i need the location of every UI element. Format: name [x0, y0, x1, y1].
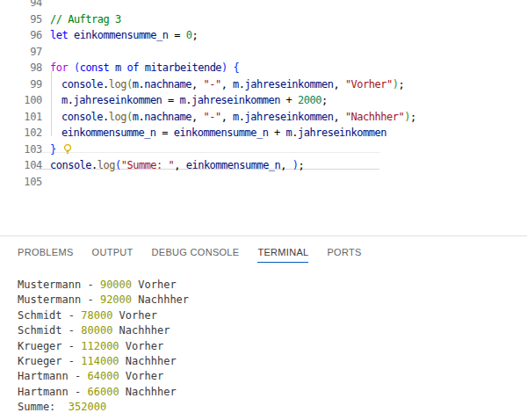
code-token: (: [74, 60, 80, 76]
code-token: .: [91, 157, 97, 174]
line-number[interactable]: 101: [0, 109, 42, 126]
code-line[interactable]: 95// Auftrag 3: [0, 11, 527, 28]
terminal-text: 80000: [81, 324, 112, 337]
terminal-text: 112000: [81, 340, 119, 352]
line-number[interactable]: 102: [0, 125, 42, 141]
code-line[interactable]: 94: [0, 0, 527, 11]
lightbulb-icon[interactable]: [62, 143, 73, 155]
tab-output[interactable]: OUTPUT: [92, 247, 134, 263]
line-number[interactable]: 103: [0, 141, 42, 158]
terminal-text: Nachhher: [132, 293, 189, 306]
code-token: {: [234, 60, 240, 76]
code-line-text[interactable]: [42, 0, 50, 11]
line-number[interactable]: 100: [0, 92, 42, 109]
code-token: "Nachhher": [345, 109, 404, 126]
code-line-text[interactable]: console.log(m.nachname, "-", m.jahresein…: [42, 109, 416, 126]
code-line-text[interactable]: [42, 174, 50, 191]
code-token: .: [185, 92, 191, 109]
code-token: =: [162, 92, 179, 109]
code-line[interactable]: 98for (const m of mitarbeitende) {: [0, 60, 527, 76]
terminal-text: Krueger -: [18, 340, 81, 352]
code-token: .: [103, 76, 109, 93]
code-token: [121, 60, 127, 76]
code-token: log: [109, 76, 126, 93]
terminal-text: Nachhher: [119, 386, 177, 398]
code-token: ): [292, 157, 299, 174]
code-line[interactable]: 97: [0, 44, 527, 61]
terminal-text: Summe:: [18, 401, 69, 413]
terminal-text: 114000: [81, 355, 119, 367]
terminal-text: 78000: [81, 309, 112, 322]
line-number[interactable]: 104: [0, 157, 42, 174]
code-line-text[interactable]: // Auftrag 3: [42, 11, 121, 28]
code-line-text[interactable]: einkommensumme_n = einkommensumme_n + m.…: [42, 125, 386, 141]
tab-terminal[interactable]: TERMINAL: [257, 247, 308, 263]
code-token: }: [50, 141, 56, 158]
line-number[interactable]: 98: [0, 60, 42, 76]
code-token: 0: [186, 27, 192, 44]
line-number[interactable]: 96: [0, 27, 42, 44]
terminal-text: Krueger -: [18, 355, 81, 367]
code-token: .: [68, 92, 74, 109]
terminal-text: Mustermann -: [18, 279, 100, 291]
tab-problems[interactable]: PROBLEMS: [18, 247, 74, 263]
code-line-text[interactable]: console.log("Summe: ", einkommensumme_n,…: [42, 157, 304, 174]
code-token: ;: [299, 157, 305, 174]
terminal-text: Hartmann -: [18, 370, 87, 382]
code-token: nachname: [144, 76, 191, 93]
code-line[interactable]: 101console.log(m.nachname, "-", m.jahres…: [0, 109, 527, 126]
code-token: ): [393, 76, 399, 93]
code-token: ;: [410, 109, 416, 126]
terminal-line: Hartmann - 64000 Vorher: [18, 369, 527, 384]
code-editor[interactable]: 9495// Auftrag 396let einkommensumme_n =…: [0, 0, 527, 235]
code-line-text[interactable]: let einkommensumme_n = 0;: [42, 27, 198, 44]
code-token: m: [180, 92, 186, 109]
code-line-text[interactable]: [42, 44, 50, 61]
code-line[interactable]: 104console.log("Summe: ", einkommensumme…: [0, 157, 527, 174]
code-token: einkommensumme_n: [174, 125, 269, 141]
code-line-text[interactable]: for (const m of mitarbeitende) {: [42, 60, 239, 76]
code-token: ,: [191, 76, 203, 93]
code-line[interactable]: 100m.jahreseinkommen = m.jahreseinkommen…: [0, 92, 527, 109]
line-number[interactable]: 97: [0, 44, 42, 61]
code-token: let: [50, 27, 68, 44]
code-line[interactable]: 102einkommensumme_n = einkommensumme_n +…: [0, 125, 527, 141]
code-token: [68, 60, 74, 76]
code-line[interactable]: 103}: [0, 141, 527, 158]
code-token: jahreseinkommen: [245, 109, 334, 126]
line-number[interactable]: 95: [0, 11, 42, 28]
code-line[interactable]: 96let einkommensumme_n = 0;: [0, 27, 527, 44]
code-line[interactable]: 105: [0, 174, 527, 191]
code-token: "-": [203, 76, 220, 93]
code-token: [109, 60, 115, 76]
terminal-line: Krueger - 114000 Nachhher: [18, 354, 527, 369]
terminal-text: Schmidt -: [18, 309, 81, 322]
code-token: +: [280, 92, 298, 109]
code-token: .: [138, 76, 144, 93]
line-number[interactable]: 105: [0, 174, 42, 191]
code-token: // Auftrag 3: [50, 11, 121, 28]
code-token: log: [97, 157, 115, 174]
terminal-text: Nachhher: [119, 355, 177, 367]
code-line-text[interactable]: console.log(m.nachname, "-", m.jahresein…: [42, 76, 404, 93]
code-token: .: [239, 109, 245, 126]
code-token: ,: [221, 109, 233, 126]
tab-debug-console[interactable]: DEBUG CONSOLE: [152, 247, 240, 263]
code-token: ,: [174, 157, 185, 174]
line-number[interactable]: 94: [0, 0, 42, 11]
tab-ports[interactable]: PORTS: [327, 247, 361, 263]
terminal-text: 66000: [87, 386, 119, 398]
code-token: jahreseinkommen: [245, 76, 334, 93]
code-token: ,: [333, 76, 344, 93]
terminal-line: Schmidt - 78000 Vorher: [18, 308, 527, 323]
code-token: m: [286, 125, 292, 141]
terminal-text: 90000: [100, 279, 132, 291]
code-token: "Vorher": [345, 76, 393, 93]
code-line-text[interactable]: m.jahreseinkommen = m.jahreseinkommen + …: [42, 92, 328, 109]
code-token: nachname: [144, 109, 191, 126]
terminal-text: 92000: [100, 293, 132, 306]
code-line-text[interactable]: }: [42, 141, 73, 158]
line-number[interactable]: 99: [0, 76, 42, 93]
code-line[interactable]: 99console.log(m.nachname, "-", m.jahrese…: [0, 76, 527, 93]
terminal-output[interactable]: Mustermann - 90000 VorherMustermann - 92…: [18, 278, 527, 420]
